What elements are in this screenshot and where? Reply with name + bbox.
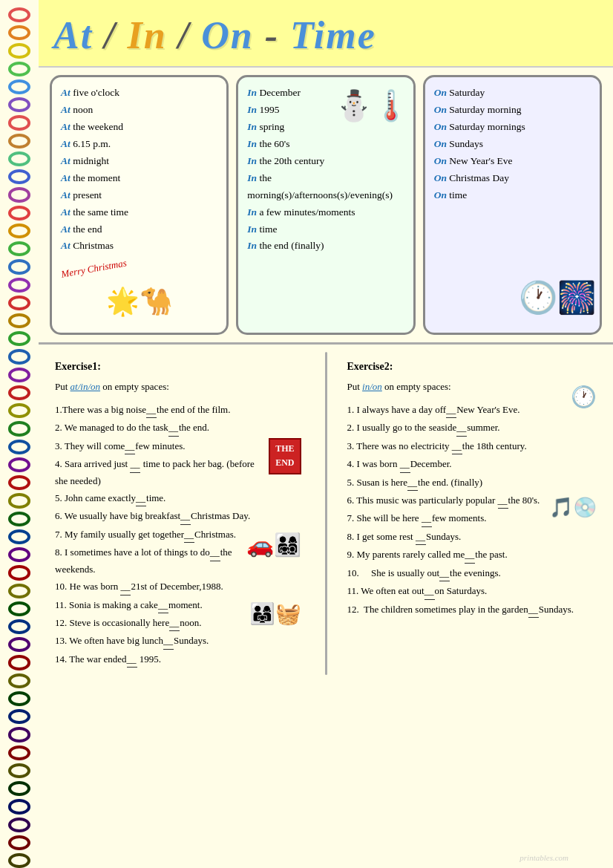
at-item: At noon <box>61 102 217 119</box>
in-item: In a few minutes/moments <box>247 204 404 221</box>
spiral-ring <box>8 349 30 364</box>
spiral-ring <box>8 619 30 634</box>
title-dash: - <box>254 14 290 56</box>
in-item: In the morning(s)/afternoons(s)/evening(… <box>247 170 404 204</box>
exercise1-item2: 2. We managed to do the task__the end. <box>55 420 305 436</box>
spiral-ring <box>8 403 30 418</box>
spiral-ring <box>8 278 30 293</box>
exercise1-item13: 13. We often have big lunch__Sundays. <box>55 633 305 649</box>
spiral-ring <box>8 385 30 400</box>
exercise1-item11: 11. Sonia is making a cake__moment. 👨‍👩‍… <box>55 597 305 613</box>
spiral-ring <box>8 584 30 598</box>
at-box: At five o'clock At noon At the weekend A… <box>50 75 229 335</box>
spiral-ring <box>8 799 30 814</box>
exercise2-box: Exercise2: Put in/on on empty spaces: 🕐 … <box>338 352 606 676</box>
spiral-ring <box>8 655 30 670</box>
main-title: At / In / On - Time <box>53 13 598 57</box>
at-item: At Christmas <box>61 238 217 255</box>
on-item: On Saturday <box>434 85 591 102</box>
exercise2-item4: 4. I was born __December. <box>347 456 597 472</box>
exercise2-item1: 1. I always have a day off__New Year's E… <box>347 402 597 418</box>
spiral-ring <box>8 457 30 472</box>
spiral-ring <box>8 763 30 778</box>
spiral-ring <box>8 727 30 742</box>
exercise1-item3: 3. They will come__few minutes. THEEND <box>55 438 305 454</box>
exercise-section: Exercise1: Put at/in/on on empty spaces:… <box>39 342 613 683</box>
spiral-ring <box>8 25 30 40</box>
on-item: On time <box>434 187 591 204</box>
spiral-ring <box>8 673 30 688</box>
spiral-ring <box>8 709 30 724</box>
spiral-ring <box>8 134 30 149</box>
in-item: In time <box>247 221 404 238</box>
exercise2-title: Exercise2: <box>347 358 597 376</box>
title-time: Time <box>290 14 376 56</box>
at-item: At the weekend <box>61 119 217 136</box>
exercise2-item5: 5. Susan is here__the end. (finally) <box>347 474 597 491</box>
spiral-ring <box>8 512 30 526</box>
spiral-ring <box>8 565 30 580</box>
exercise2-item8: 8. I get some rest __Sundays. <box>347 529 597 545</box>
exercise1-item5: 5. John came exactly__time. <box>55 490 305 506</box>
spiral-ring <box>8 475 30 490</box>
exercise2-item9: 9. My parents rarely called me__the past… <box>347 546 597 563</box>
watermark: printables.com <box>519 853 568 862</box>
spiral-ring <box>8 331 30 346</box>
spiral-ring <box>8 781 30 796</box>
spiral-ring <box>8 745 30 760</box>
at-item: At the end <box>61 221 217 238</box>
on-item: On Saturday mornings <box>434 119 591 136</box>
in-item: In the end (finally) <box>247 238 404 255</box>
spiral-ring <box>8 313 30 328</box>
spiral-ring <box>8 493 30 508</box>
exercise1-subtitle: Put at/in/on on empty spaces: <box>55 379 305 396</box>
exercise2-item3: 3. There was no electricity __the 18th c… <box>347 438 597 454</box>
title-slash2: / <box>167 14 201 56</box>
spiral-ring <box>8 97 30 112</box>
exercise2-item2: 2. I usually go to the seaside__summer. <box>347 420 597 436</box>
spiral-ring <box>8 547 30 562</box>
info-section: At five o'clock At noon At the weekend A… <box>39 68 613 342</box>
on-item: On New Year's Eve <box>434 153 591 170</box>
spiral-ring <box>8 440 30 454</box>
at-item: At 6.15 p.m. <box>61 136 217 153</box>
spiral-binding <box>0 0 39 868</box>
spiral-ring <box>8 169 30 184</box>
title-in: In <box>128 14 167 56</box>
snowman-icon: ⛄🌡️ <box>335 81 410 131</box>
at-item: At the same time <box>61 204 217 221</box>
title-area: At / In / On - Time <box>39 0 613 68</box>
exercise2-item6: 6. This music was particularly popular _… <box>347 492 597 509</box>
spiral-ring <box>8 259 30 274</box>
spiral-ring <box>8 187 30 202</box>
title-at: At <box>53 14 93 56</box>
page: At / In / On - Time At five o'clock At n… <box>0 0 613 868</box>
spiral-ring <box>8 529 30 544</box>
spiral-ring <box>8 206 30 221</box>
title-on: On <box>201 14 253 56</box>
spiral-ring <box>8 853 30 868</box>
in-item: In the 60's <box>247 136 404 153</box>
exercise1-item4: 4. Sara arrived just __ time to pack her… <box>55 456 305 489</box>
in-item: In the 20th century <box>247 153 404 170</box>
spiral-ring <box>8 62 30 76</box>
spiral-ring <box>8 835 30 850</box>
at-item: At present <box>61 187 217 204</box>
nativity-icon: 🌟🐪 <box>61 279 217 324</box>
spiral-ring <box>8 421 30 436</box>
spiral-ring <box>8 79 30 94</box>
spiral-ring <box>8 223 30 238</box>
on-box: On Saturday On Saturday morning On Satur… <box>423 75 602 335</box>
on-item: On Christmas Day <box>434 170 591 187</box>
exercise1-item1: 1.There was a big noise__the end of the … <box>55 402 305 418</box>
spiral-ring <box>8 151 30 166</box>
spiral-ring <box>8 601 30 616</box>
exercise1-item7: 7. My family usually get together__Chris… <box>55 526 305 543</box>
exercise1-item10: 10. He was born __21st of December,1988. <box>55 578 305 595</box>
spiral-ring <box>8 818 30 832</box>
on-item: On Saturday morning <box>434 102 591 119</box>
spiral-ring <box>8 637 30 652</box>
spiral-ring <box>8 296 30 310</box>
exercise2-item12: 12. The children sometimes play in the g… <box>347 601 597 618</box>
exercise1-box: Exercise1: Put at/in/on on empty spaces:… <box>46 352 314 676</box>
